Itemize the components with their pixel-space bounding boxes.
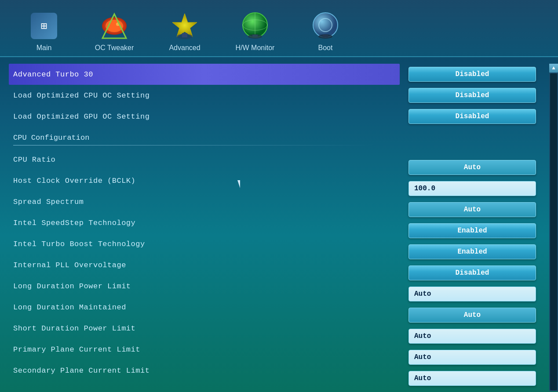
boot-icon bbox=[310, 11, 341, 41]
setting-name-load-cpu-oc: Load Optimized CPU OC Setting bbox=[13, 91, 150, 100]
setting-name-primary-plane: Primary Plane Current Limit bbox=[13, 345, 140, 354]
setting-name-speedstep: Intel SpeedStep Technology bbox=[13, 219, 135, 227]
value-btn-load-gpu-oc[interactable]: Disabled bbox=[404, 106, 540, 127]
nav-item-hw-monitor[interactable]: H/W Monitor bbox=[220, 7, 290, 56]
setting-row-turbo-boost[interactable]: Intel Turbo Boost Technology bbox=[9, 233, 400, 254]
svg-rect-6 bbox=[182, 33, 187, 37]
setting-row-host-clock[interactable]: Host Clock Override (BCLK) bbox=[9, 170, 400, 191]
settings-list: Advanced Turbo 30 Load Optimized CPU OC … bbox=[0, 64, 404, 391]
value-btn-inner-load-cpu-oc: Disabled bbox=[408, 88, 536, 103]
setting-name-spread-spectrum: Spread Spectrum bbox=[13, 198, 84, 206]
cpu-config-section-header: CPU Configuration bbox=[9, 127, 400, 144]
section-divider bbox=[13, 145, 374, 145]
nav-item-main[interactable]: ⊞ Main bbox=[9, 7, 79, 56]
value-btn-load-cpu-oc[interactable]: Disabled bbox=[404, 85, 540, 106]
setting-name-advanced-turbo-30: Advanced Turbo 30 bbox=[13, 70, 93, 79]
value-btn-inner-secondary-plane: Auto bbox=[408, 371, 536, 386]
value-btn-cpu-ratio[interactable]: Auto bbox=[404, 157, 540, 178]
setting-name-load-gpu-oc: Load Optimized GPU OC Setting bbox=[13, 113, 150, 121]
value-btn-long-power-limit[interactable]: Auto bbox=[404, 283, 540, 305]
value-btn-inner-short-power-limit: Auto bbox=[408, 329, 536, 344]
setting-row-long-power-limit[interactable]: Long Duration Power Limit bbox=[9, 276, 400, 297]
setting-row-short-power-limit[interactable]: Short Duration Power Limit bbox=[9, 318, 400, 339]
setting-row-advanced-turbo-30[interactable]: Advanced Turbo 30 bbox=[9, 64, 400, 85]
values-panel: Disabled Disabled Disabled Auto 100.0 Au… bbox=[404, 64, 549, 391]
svg-rect-11 bbox=[252, 35, 258, 37]
value-btn-primary-plane[interactable]: Auto bbox=[404, 347, 540, 368]
value-btn-short-power-limit[interactable]: Auto bbox=[404, 326, 540, 347]
value-btn-inner-pll-overvoltage: Disabled bbox=[408, 265, 536, 280]
setting-name-secondary-plane: Secondary Plane Current Limit bbox=[13, 367, 150, 375]
value-btn-inner-long-power-limit: Auto bbox=[408, 287, 536, 301]
value-btn-inner-host-clock: 100.0 bbox=[408, 181, 536, 196]
advanced-icon bbox=[169, 11, 200, 41]
top-navigation: ⊞ Main OC Tweaker bbox=[0, 0, 558, 57]
hw-monitor-icon bbox=[240, 11, 270, 41]
setting-row-primary-plane[interactable]: Primary Plane Current Limit bbox=[9, 339, 400, 360]
value-btn-turbo-boost[interactable]: Enabled bbox=[404, 241, 540, 262]
value-btn-inner-primary-plane: Auto bbox=[408, 350, 536, 365]
value-btn-inner-advanced-turbo-30: Disabled bbox=[408, 67, 536, 82]
oc-tweaker-icon bbox=[99, 11, 130, 41]
value-btn-inner-cpu-ratio: Auto bbox=[408, 160, 536, 175]
nav-label-hw-monitor: H/W Monitor bbox=[236, 44, 275, 52]
scrollbar[interactable]: ▲ bbox=[549, 64, 558, 391]
value-btn-speedstep[interactable]: Enabled bbox=[404, 220, 540, 241]
nav-item-advanced[interactable]: Advanced bbox=[150, 7, 220, 56]
setting-name-host-clock: Host Clock Override (BCLK) bbox=[13, 177, 135, 185]
setting-name-long-duration-maintained: Long Duration Maintained bbox=[13, 303, 126, 312]
svg-rect-15 bbox=[323, 35, 328, 37]
value-btn-inner-long-duration-maintained: Auto bbox=[408, 308, 536, 323]
value-btn-advanced-turbo-30[interactable]: Disabled bbox=[404, 64, 540, 85]
setting-name-pll-overvoltage: Internal PLL Overvoltage bbox=[13, 261, 126, 269]
setting-row-long-duration-maintained[interactable]: Long Duration Maintained bbox=[9, 297, 400, 318]
cpu-config-section-title: CPU Configuration bbox=[13, 134, 89, 142]
value-btn-long-duration-maintained[interactable]: Auto bbox=[404, 305, 540, 326]
value-btn-spread-spectrum[interactable]: Auto bbox=[404, 199, 540, 220]
nav-label-boot: Boot bbox=[318, 44, 333, 52]
setting-name-long-power-limit: Long Duration Power Limit bbox=[13, 282, 131, 290]
scroll-up-button[interactable]: ▲ bbox=[549, 64, 558, 73]
value-btn-host-clock[interactable]: 100.0 bbox=[404, 178, 540, 199]
value-btn-inner-speedstep: Enabled bbox=[408, 223, 536, 238]
nav-item-oc-tweaker[interactable]: OC Tweaker bbox=[79, 7, 150, 56]
setting-row-cpu-ratio[interactable]: CPU Ratio bbox=[9, 149, 400, 170]
setting-name-turbo-boost: Intel Turbo Boost Technology bbox=[13, 240, 145, 248]
setting-row-spread-spectrum[interactable]: Spread Spectrum bbox=[9, 191, 400, 212]
value-btn-secondary-plane[interactable]: Auto bbox=[404, 368, 540, 389]
svg-point-12 bbox=[313, 13, 338, 37]
setting-row-secondary-plane[interactable]: Secondary Plane Current Limit bbox=[9, 360, 400, 381]
value-btn-inner-spread-spectrum: Auto bbox=[408, 202, 536, 217]
nav-label-oc-tweaker: OC Tweaker bbox=[95, 44, 134, 52]
nav-label-advanced: Advanced bbox=[169, 44, 200, 52]
main-content: Advanced Turbo 30 Load Optimized CPU OC … bbox=[0, 57, 558, 391]
value-btn-inner-load-gpu-oc: Disabled bbox=[408, 109, 536, 124]
scroll-track[interactable] bbox=[550, 73, 557, 390]
nav-label-main: Main bbox=[36, 44, 52, 52]
setting-row-load-gpu-oc[interactable]: Load Optimized GPU OC Setting bbox=[9, 106, 400, 127]
nav-item-boot[interactable]: Boot bbox=[290, 7, 361, 56]
setting-row-load-cpu-oc[interactable]: Load Optimized CPU OC Setting bbox=[9, 85, 400, 106]
setting-name-cpu-ratio: CPU Ratio bbox=[13, 156, 55, 164]
value-section-space bbox=[404, 127, 540, 157]
setting-name-short-power-limit: Short Duration Power Limit bbox=[13, 324, 135, 333]
main-icon: ⊞ bbox=[29, 11, 59, 41]
value-btn-inner-turbo-boost: Enabled bbox=[408, 244, 536, 259]
value-btn-pll-overvoltage[interactable]: Disabled bbox=[404, 262, 540, 283]
setting-row-speedstep[interactable]: Intel SpeedStep Technology bbox=[9, 212, 400, 233]
setting-row-pll-overvoltage[interactable]: Internal PLL Overvoltage bbox=[9, 254, 400, 276]
